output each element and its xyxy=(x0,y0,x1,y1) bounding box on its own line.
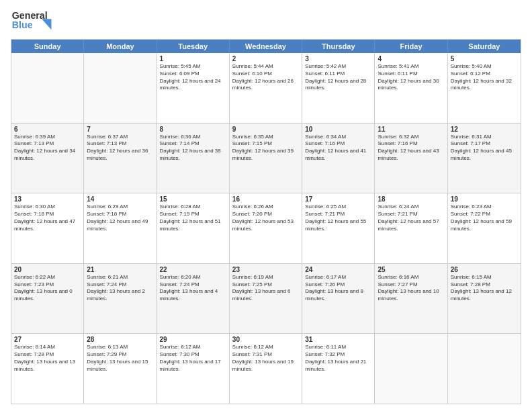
day-number: 11 xyxy=(378,126,444,133)
day-number: 21 xyxy=(87,266,153,273)
day-info: Sunrise: 6:28 AMSunset: 7:19 PMDaylight:… xyxy=(160,203,226,232)
day-number: 12 xyxy=(451,126,518,133)
empty-cell xyxy=(448,334,521,404)
day-number: 18 xyxy=(378,195,444,203)
day-info: Sunrise: 6:12 AMSunset: 7:31 PMDaylight:… xyxy=(232,344,299,373)
day-cell-15: 15Sunrise: 6:28 AMSunset: 7:19 PMDayligh… xyxy=(157,193,230,263)
day-number: 9 xyxy=(232,126,299,133)
day-cell-19: 19Sunrise: 6:23 AMSunset: 7:22 PMDayligh… xyxy=(448,193,521,263)
logo-svg: General Blue xyxy=(11,8,64,32)
day-number: 28 xyxy=(87,336,153,343)
day-cell-7: 7Sunrise: 6:37 AMSunset: 7:13 PMDaylight… xyxy=(84,124,157,193)
day-number: 15 xyxy=(160,195,226,203)
calendar-row-1: 6Sunrise: 6:39 AMSunset: 7:13 PMDaylight… xyxy=(11,123,521,193)
day-info: Sunrise: 6:12 AMSunset: 7:30 PMDaylight:… xyxy=(160,344,226,373)
day-number: 27 xyxy=(14,336,81,343)
day-cell-21: 21Sunrise: 6:21 AMSunset: 7:24 PMDayligh… xyxy=(84,264,157,334)
day-cell-28: 28Sunrise: 6:13 AMSunset: 7:29 PMDayligh… xyxy=(84,334,157,404)
header-day-thursday: Thursday xyxy=(302,40,375,53)
day-cell-18: 18Sunrise: 6:24 AMSunset: 7:21 PMDayligh… xyxy=(375,193,447,263)
day-number: 8 xyxy=(160,126,226,133)
day-cell-4: 4Sunrise: 5:41 AMSunset: 6:11 PMDaylight… xyxy=(375,53,447,123)
day-cell-23: 23Sunrise: 6:19 AMSunset: 7:25 PMDayligh… xyxy=(230,264,302,334)
day-info: Sunrise: 6:23 AMSunset: 7:22 PMDaylight:… xyxy=(451,203,518,232)
header-day-saturday: Saturday xyxy=(448,40,521,53)
day-info: Sunrise: 6:16 AMSunset: 7:27 PMDaylight:… xyxy=(378,274,444,303)
day-number: 16 xyxy=(232,195,299,203)
header-day-tuesday: Tuesday xyxy=(157,40,230,53)
day-cell-25: 25Sunrise: 6:16 AMSunset: 7:27 PMDayligh… xyxy=(375,264,447,334)
day-number: 29 xyxy=(160,336,226,343)
day-number: 14 xyxy=(87,195,153,203)
day-number: 3 xyxy=(305,55,371,62)
day-cell-20: 20Sunrise: 6:22 AMSunset: 7:23 PMDayligh… xyxy=(11,264,84,334)
day-number: 30 xyxy=(232,336,299,343)
day-info: Sunrise: 6:14 AMSunset: 7:28 PMDaylight:… xyxy=(14,344,81,373)
day-info: Sunrise: 6:21 AMSunset: 7:24 PMDaylight:… xyxy=(87,274,153,303)
day-info: Sunrise: 5:44 AMSunset: 6:10 PMDaylight:… xyxy=(232,63,299,92)
day-info: Sunrise: 6:36 AMSunset: 7:14 PMDaylight:… xyxy=(160,134,226,163)
header-day-wednesday: Wednesday xyxy=(230,40,302,53)
day-cell-11: 11Sunrise: 6:32 AMSunset: 7:16 PMDayligh… xyxy=(375,124,447,193)
day-info: Sunrise: 6:31 AMSunset: 7:17 PMDaylight:… xyxy=(451,134,518,163)
header-day-monday: Monday xyxy=(84,40,157,53)
day-number: 4 xyxy=(378,55,444,62)
day-cell-3: 3Sunrise: 5:42 AMSunset: 6:11 PMDaylight… xyxy=(302,53,375,123)
day-info: Sunrise: 6:30 AMSunset: 7:18 PMDaylight:… xyxy=(14,203,81,232)
day-info: Sunrise: 6:19 AMSunset: 7:25 PMDaylight:… xyxy=(232,274,299,303)
day-cell-5: 5Sunrise: 5:40 AMSunset: 6:12 PMDaylight… xyxy=(448,53,521,123)
day-number: 17 xyxy=(305,195,371,203)
day-cell-17: 17Sunrise: 6:25 AMSunset: 7:21 PMDayligh… xyxy=(302,193,375,263)
day-info: Sunrise: 5:42 AMSunset: 6:11 PMDaylight:… xyxy=(305,63,371,92)
calendar: SundayMondayTuesdayWednesdayThursdayFrid… xyxy=(11,39,521,404)
day-number: 19 xyxy=(451,195,518,203)
empty-cell xyxy=(84,53,157,123)
day-number: 7 xyxy=(87,126,153,133)
logo: General Blue xyxy=(11,8,64,35)
day-info: Sunrise: 6:15 AMSunset: 7:28 PMDaylight:… xyxy=(451,274,518,303)
day-info: Sunrise: 6:34 AMSunset: 7:16 PMDaylight:… xyxy=(305,134,371,163)
day-number: 2 xyxy=(232,55,299,62)
day-info: Sunrise: 6:13 AMSunset: 7:29 PMDaylight:… xyxy=(87,344,153,373)
day-number: 26 xyxy=(451,266,518,273)
day-cell-6: 6Sunrise: 6:39 AMSunset: 7:13 PMDaylight… xyxy=(11,124,84,193)
header-day-sunday: Sunday xyxy=(11,40,84,53)
day-cell-30: 30Sunrise: 6:12 AMSunset: 7:31 PMDayligh… xyxy=(230,334,302,404)
day-cell-24: 24Sunrise: 6:17 AMSunset: 7:26 PMDayligh… xyxy=(302,264,375,334)
day-info: Sunrise: 6:25 AMSunset: 7:21 PMDaylight:… xyxy=(305,203,371,232)
day-number: 6 xyxy=(14,126,81,133)
day-cell-13: 13Sunrise: 6:30 AMSunset: 7:18 PMDayligh… xyxy=(11,193,84,263)
calendar-body: 1Sunrise: 5:45 AMSunset: 6:09 PMDaylight… xyxy=(11,53,521,404)
day-info: Sunrise: 5:45 AMSunset: 6:09 PMDaylight:… xyxy=(160,63,226,92)
day-cell-16: 16Sunrise: 6:26 AMSunset: 7:20 PMDayligh… xyxy=(230,193,302,263)
calendar-header: SundayMondayTuesdayWednesdayThursdayFrid… xyxy=(11,40,521,53)
day-cell-26: 26Sunrise: 6:15 AMSunset: 7:28 PMDayligh… xyxy=(448,264,521,334)
day-number: 25 xyxy=(378,266,444,273)
day-info: Sunrise: 6:22 AMSunset: 7:23 PMDaylight:… xyxy=(14,274,81,303)
calendar-row-3: 20Sunrise: 6:22 AMSunset: 7:23 PMDayligh… xyxy=(11,263,521,334)
empty-cell xyxy=(375,334,447,404)
day-info: Sunrise: 6:26 AMSunset: 7:20 PMDaylight:… xyxy=(232,203,299,232)
day-number: 1 xyxy=(160,55,226,62)
day-number: 13 xyxy=(14,195,81,203)
day-cell-27: 27Sunrise: 6:14 AMSunset: 7:28 PMDayligh… xyxy=(11,334,84,404)
day-info: Sunrise: 6:37 AMSunset: 7:13 PMDaylight:… xyxy=(87,134,153,163)
day-cell-22: 22Sunrise: 6:20 AMSunset: 7:24 PMDayligh… xyxy=(157,264,230,334)
header-day-friday: Friday xyxy=(375,40,447,53)
calendar-page: General Blue SundayMondayTuesdayWednesda… xyxy=(0,0,532,411)
day-info: Sunrise: 6:32 AMSunset: 7:16 PMDaylight:… xyxy=(378,134,444,163)
calendar-row-4: 27Sunrise: 6:14 AMSunset: 7:28 PMDayligh… xyxy=(11,333,521,404)
day-info: Sunrise: 5:41 AMSunset: 6:11 PMDaylight:… xyxy=(378,63,444,92)
day-number: 24 xyxy=(305,266,371,273)
day-info: Sunrise: 6:11 AMSunset: 7:32 PMDaylight:… xyxy=(305,344,371,373)
day-cell-1: 1Sunrise: 5:45 AMSunset: 6:09 PMDaylight… xyxy=(157,53,230,123)
day-cell-9: 9Sunrise: 6:35 AMSunset: 7:15 PMDaylight… xyxy=(230,124,302,193)
day-info: Sunrise: 6:29 AMSunset: 7:18 PMDaylight:… xyxy=(87,203,153,232)
day-info: Sunrise: 6:17 AMSunset: 7:26 PMDaylight:… xyxy=(305,274,371,303)
day-number: 23 xyxy=(232,266,299,273)
day-cell-8: 8Sunrise: 6:36 AMSunset: 7:14 PMDaylight… xyxy=(157,124,230,193)
day-cell-14: 14Sunrise: 6:29 AMSunset: 7:18 PMDayligh… xyxy=(84,193,157,263)
day-number: 20 xyxy=(14,266,81,273)
day-cell-31: 31Sunrise: 6:11 AMSunset: 7:32 PMDayligh… xyxy=(302,334,375,404)
day-number: 22 xyxy=(160,266,226,273)
